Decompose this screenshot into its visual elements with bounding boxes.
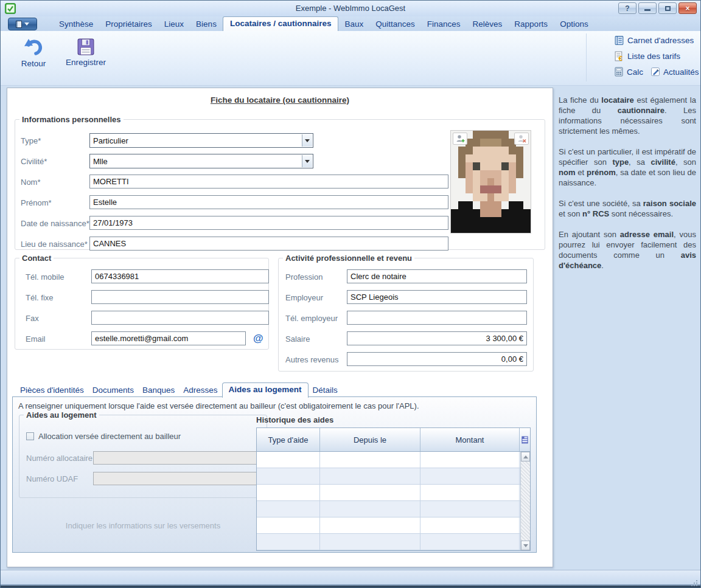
price-list-button[interactable]: € Liste des tarifs — [614, 51, 699, 61]
subtab-documents[interactable]: Documents — [88, 384, 138, 397]
save-button[interactable]: Enregistrer — [59, 36, 113, 69]
news-pen-icon — [650, 67, 660, 77]
table-cell[interactable] — [257, 452, 320, 468]
salary-input[interactable] — [347, 331, 527, 345]
mobile-input[interactable] — [91, 269, 269, 283]
birthplace-input[interactable] — [89, 237, 448, 251]
subtab-details[interactable]: Détails — [309, 384, 342, 397]
ribbon-tabstrip: Synthèse Propriétaires Lieux Biens Locat… — [1, 16, 700, 31]
subtab-adresses[interactable]: Adresses — [179, 384, 221, 397]
table-row[interactable] — [257, 468, 530, 485]
table-row[interactable] — [257, 452, 530, 468]
type-label: Type* — [21, 136, 41, 145]
direct-payment-checkbox[interactable] — [26, 432, 34, 440]
table-cell[interactable] — [320, 501, 420, 517]
close-button[interactable]: × — [678, 2, 697, 14]
column-header-montant[interactable]: Montant — [420, 428, 520, 451]
employer-phone-input[interactable] — [347, 311, 527, 325]
salary-label: Salaire — [285, 334, 310, 344]
restore-button[interactable] — [658, 2, 677, 14]
table-cell[interactable] — [420, 485, 520, 500]
help-button[interactable]: ? — [618, 2, 636, 14]
birthdate-input[interactable] — [89, 216, 448, 230]
page-title: Fiche du locataire (ou cautionnaire) — [7, 95, 553, 105]
tab-options[interactable]: Options — [554, 18, 595, 31]
table-cell[interactable] — [320, 452, 420, 468]
table-cell[interactable] — [320, 485, 420, 500]
resize-grip-icon[interactable] — [696, 580, 697, 581]
table-cell[interactable] — [257, 485, 320, 500]
column-header-depuis[interactable]: Depuis le — [320, 428, 420, 451]
table-row[interactable] — [257, 501, 530, 517]
table-cell[interactable] — [320, 517, 420, 533]
employer-phone-label: Tél. employeur — [285, 314, 338, 323]
status-bar — [1, 570, 700, 584]
type-select[interactable]: Particulier — [89, 133, 313, 148]
table-cell[interactable] — [420, 517, 520, 533]
table-scrollbar[interactable] — [520, 452, 530, 550]
lastname-input[interactable] — [89, 175, 448, 189]
allocataire-input[interactable] — [93, 451, 262, 465]
tab-baux[interactable]: Baux — [338, 18, 369, 31]
type-select-arrow-button[interactable] — [302, 134, 312, 147]
udaf-input[interactable] — [93, 472, 262, 485]
firstname-input[interactable] — [89, 195, 448, 209]
payments-info-link[interactable]: Indiquer les informations sur les versem… — [19, 521, 267, 530]
profession-input[interactable] — [347, 269, 527, 283]
other-income-input[interactable] — [347, 352, 527, 366]
back-button[interactable]: Retour — [12, 36, 55, 70]
civility-select-arrow-button[interactable] — [302, 155, 312, 167]
app-window: Exemple - WebImmo LocaGest ? × Synthèse … — [0, 0, 701, 588]
other-income-label: Autres revenus — [285, 355, 338, 364]
table-cell[interactable] — [257, 501, 320, 517]
table-cell[interactable] — [257, 517, 320, 533]
news-button[interactable]: Actualités — [650, 67, 699, 77]
app-menu-button[interactable] — [8, 18, 37, 30]
table-row[interactable] — [257, 534, 530, 550]
tab-quittances[interactable]: Quittances — [369, 18, 421, 31]
tab-releves[interactable]: Relèves — [467, 18, 509, 31]
table-cell[interactable] — [257, 534, 320, 550]
calc-button[interactable]: Calc — [614, 67, 643, 77]
tab-locataires-cautionnaires[interactable]: Locataires / cautionnaires — [223, 16, 339, 31]
scroll-up-button[interactable] — [521, 452, 530, 462]
mobile-label: Tél. mobile — [26, 272, 65, 282]
employer-input[interactable] — [347, 290, 527, 304]
tab-finances[interactable]: Finances — [421, 18, 467, 31]
fax-input[interactable] — [91, 311, 269, 325]
subtab-banques[interactable]: Banques — [138, 384, 179, 397]
table-cell[interactable] — [420, 534, 520, 550]
tab-synthese[interactable]: Synthèse — [53, 18, 99, 31]
send-email-icon[interactable]: @ — [253, 333, 263, 345]
email-input[interactable] — [91, 331, 246, 345]
landline-input[interactable] — [91, 290, 269, 304]
column-header-type[interactable]: Type d'aide — [257, 428, 320, 451]
civility-select[interactable]: Mlle — [89, 154, 313, 168]
table-cell[interactable] — [257, 468, 320, 484]
window-bottom-edge — [1, 584, 700, 587]
grid-options-button[interactable] — [520, 428, 530, 451]
add-photo-button[interactable] — [453, 133, 467, 145]
tab-biens[interactable]: Biens — [190, 18, 223, 31]
table-cell[interactable] — [320, 468, 420, 484]
table-row[interactable] — [257, 485, 530, 501]
subtab-aides-au-logement[interactable]: Aides au logement — [222, 382, 309, 398]
table-cell[interactable] — [420, 452, 520, 468]
type-select-value: Particulier — [93, 136, 128, 145]
svg-text:€: € — [618, 54, 623, 61]
tab-rapports[interactable]: Rapports — [508, 18, 554, 31]
tab-proprietaires[interactable]: Propriétaires — [99, 18, 158, 31]
address-book-button[interactable]: Carnet d'adresses — [614, 35, 699, 46]
help-panel: La fiche du locataire est également la f… — [559, 95, 696, 281]
subtab-pieces-identites[interactable]: Pièces d'identités — [16, 384, 88, 397]
tab-lieux[interactable]: Lieux — [158, 18, 190, 31]
table-cell[interactable] — [420, 501, 520, 517]
minimize-button[interactable] — [638, 2, 657, 14]
scroll-down-button[interactable] — [521, 541, 530, 550]
remove-photo-button[interactable] — [514, 133, 529, 145]
table-cell[interactable] — [320, 534, 420, 550]
aid-history-header: Type d'aide Depuis le Montant — [257, 428, 530, 452]
profession-label: Profession — [285, 272, 323, 282]
table-cell[interactable] — [420, 468, 520, 484]
table-row[interactable] — [257, 517, 530, 534]
